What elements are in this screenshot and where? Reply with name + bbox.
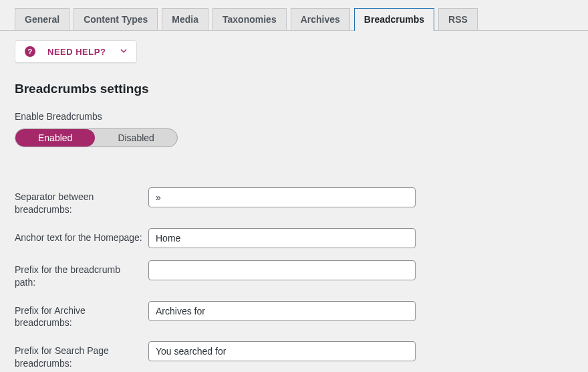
content-area: ? NEED HELP? Breadcrumbs settings Enable… [0, 31, 588, 372]
enable-toggle[interactable]: Enabled Disabled [15, 128, 178, 147]
row-prefix-path: Prefix for the breadcrumb path: [15, 260, 573, 289]
row-anchor: Anchor text for the Homepage: [15, 228, 573, 248]
need-help-button[interactable]: ? NEED HELP? [15, 40, 137, 63]
tab-taxonomies[interactable]: Taxonomies [212, 8, 287, 30]
row-prefix-search: Prefix for Search Page breadcrumbs: [15, 341, 573, 370]
label-prefix-archive: Prefix for Archive breadcrumbs: [15, 301, 148, 330]
need-help-label: NEED HELP? [47, 47, 106, 57]
label-separator: Separator between breadcrumbs: [15, 187, 148, 216]
input-prefix-search[interactable] [148, 341, 416, 361]
tab-archives[interactable]: Archives [291, 8, 350, 30]
enable-breadcrumbs-label: Enable Breadcrumbs [15, 111, 573, 122]
row-separator: Separator between breadcrumbs: [15, 187, 573, 216]
tab-rss[interactable]: RSS [438, 8, 478, 30]
input-prefix-path[interactable] [148, 260, 416, 280]
tab-media[interactable]: Media [162, 8, 208, 30]
section-title: Breadcrumbs settings [15, 82, 573, 96]
row-prefix-archive: Prefix for Archive breadcrumbs: [15, 301, 573, 330]
toggle-enabled[interactable]: Enabled [15, 129, 95, 147]
tabs-bar: General Content Types Media Taxonomies A… [0, 0, 588, 31]
input-separator[interactable] [148, 187, 416, 207]
help-icon: ? [25, 46, 35, 57]
tab-general[interactable]: General [15, 8, 69, 30]
input-prefix-archive[interactable] [148, 301, 416, 321]
tab-content-types[interactable]: Content Types [74, 8, 158, 30]
chevron-down-icon [120, 48, 127, 56]
label-prefix-search: Prefix for Search Page breadcrumbs: [15, 341, 148, 370]
tab-breadcrumbs[interactable]: Breadcrumbs [354, 8, 434, 31]
label-prefix-path: Prefix for the breadcrumb path: [15, 260, 148, 289]
toggle-disabled[interactable]: Disabled [95, 129, 176, 147]
label-anchor: Anchor text for the Homepage: [15, 228, 148, 244]
input-anchor[interactable] [148, 228, 416, 248]
